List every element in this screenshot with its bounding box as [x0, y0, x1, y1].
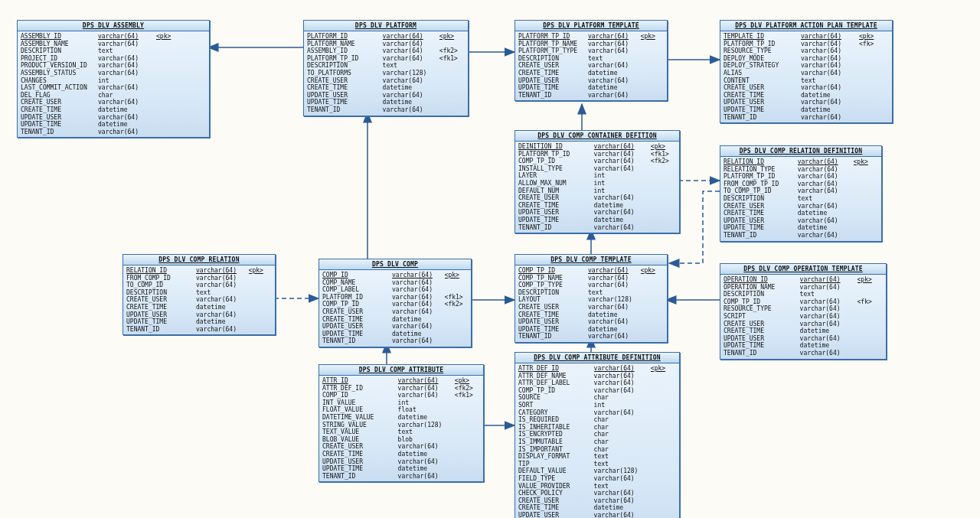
column-type: varchar(64): [588, 92, 636, 99]
column-type: varchar(64): [588, 47, 636, 55]
table-column: TENANT_IDvarchar(64): [724, 114, 889, 122]
column-name: UPDATE_USER: [724, 217, 793, 225]
erd-table-comp_attr_def[interactable]: DPS_DLV_COMP_ATTRIBUTE_DEFINITIONATTR_DE…: [514, 352, 680, 518]
column-name: DEPLOY_MODE: [724, 55, 796, 63]
column-key: <pk>: [854, 158, 878, 166]
table-column: UPDATE_USERvarchar(64): [518, 209, 676, 217]
table-column: CREATE_USERvarchar(64): [126, 296, 272, 304]
column-name: UPDATE_TIME: [518, 217, 590, 224]
column-type: varchar(64): [98, 55, 152, 63]
column-type: varchar(64): [801, 62, 854, 70]
column-name: FIELD_TYPE: [518, 475, 590, 483]
column-name: IS_ENCRYPTED: [518, 431, 590, 438]
column-name: CREATE_USER: [724, 84, 796, 92]
erd-table-platform[interactable]: DPS_DLV_PLATFORMPLATFORM_IDvarchar(64)<p…: [303, 20, 469, 116]
erd-table-comp[interactable]: DPS_DLV_COMPCOMP_IDvarchar(64)<pk>COMP_N…: [318, 259, 472, 347]
column-key: [156, 55, 182, 63]
column-name: DEPLOY_STRATEGY: [724, 62, 796, 70]
table-column: FLOAT_VALUEfloat: [322, 406, 480, 414]
table-title: DPS_DLV_COMP_ATTRIBUTE: [319, 365, 483, 376]
column-key: [651, 475, 676, 483]
table-column: CREATE_TIMEdatetime: [518, 70, 664, 77]
column-type: char: [594, 394, 646, 402]
column-key: [156, 41, 182, 48]
column-key: [854, 195, 878, 203]
table-column: CREATE_TIMEdatetime: [21, 106, 206, 114]
column-type: varchar(64): [594, 151, 646, 158]
column-key: [445, 308, 468, 316]
column-key: [858, 284, 883, 292]
column-name: COMP_NAME: [322, 279, 387, 287]
column-name: RELATION_ID: [126, 267, 191, 275]
column-type: int: [594, 172, 646, 180]
table-column: TENANT_IDvarchar(64): [518, 333, 664, 340]
column-key: <pk>: [641, 267, 664, 275]
column-name: CREATE_TIME: [518, 504, 590, 512]
column-name: TENANT_ID: [126, 326, 191, 334]
column-type: varchar(64): [594, 143, 646, 151]
table-column: PLATFORM_TP_IDvarchar(64)<fk>: [724, 41, 889, 48]
table-column: PLATFORM_IDvarchar(64)<fk1>: [322, 294, 468, 301]
column-type: varchar(64): [594, 224, 646, 232]
table-column: CREATE_USERvarchar(64): [307, 77, 465, 85]
column-key: [641, 296, 664, 304]
column-name: CREATE_TIME: [724, 92, 796, 99]
column-name: SORT: [518, 402, 590, 409]
column-name: PLATFORM_TP_ID: [724, 41, 796, 48]
column-key: [439, 106, 465, 114]
table-column: UPDATE_TIMEdatetime: [307, 99, 465, 106]
table-column: UPDATE_USERvarchar(64): [724, 99, 889, 106]
column-type: varchar(64): [588, 267, 636, 275]
table-column: CREATE_TIMEdatetime: [322, 316, 468, 324]
column-type: varchar(64): [398, 443, 450, 451]
column-key: [641, 62, 664, 70]
column-name: CREATE_USER: [126, 296, 191, 304]
table-column: UPDATE_USERvarchar(64): [322, 323, 468, 331]
column-key: [859, 70, 885, 77]
table-column: DESCRIPTIONtext: [518, 289, 664, 297]
column-type: text: [196, 289, 244, 297]
table-column: PLATFORM_TP_IDvarchar(64)<fk1>: [307, 55, 465, 63]
column-key: [439, 92, 465, 99]
erd-table-comp_relation_def[interactable]: DPS_DLV_COMP_RELATION_DEFINITIONRELATION…: [720, 145, 882, 242]
erd-table-comp_container_def[interactable]: DPS_DLV_COMP_CONTAINER_DEFITIONDEINITION…: [514, 130, 680, 233]
column-name: LAST_COMMIT_ACTION: [21, 84, 93, 92]
table-column: CHANGESint: [21, 77, 206, 85]
column-key: [641, 77, 664, 85]
table-column: ATTR_DEF_IDvarchar(64)<pk>: [518, 365, 676, 373]
column-name: STRING_VALUE: [322, 422, 394, 429]
column-name: ATTR_DEF_NAME: [518, 373, 590, 380]
erd-table-comp_attribute[interactable]: DPS_DLV_COMP_ATTRIBUTEATTR_IDvarchar(64)…: [318, 364, 484, 482]
table-column: LAST_COMMIT_ACTIONvarchar(64): [21, 84, 206, 92]
column-key: [651, 453, 676, 461]
column-name: CREATE_TIME: [307, 84, 378, 92]
column-type: varchar(64): [594, 512, 646, 518]
table-title: DPS_DLV_COMP_RELATION_DEFINITION: [720, 146, 881, 157]
table-column: DEPLOY_STRATEGYvarchar(64): [724, 62, 889, 70]
erd-table-comp_relation[interactable]: DPS_DLV_COMP_RELATIONRELATION_IDvarchar(…: [122, 254, 276, 335]
table-column: TENANT_IDvarchar(64): [724, 232, 878, 239]
column-key: <fk2>: [439, 47, 465, 55]
table-body: RELATION_IDvarchar(64)<pk>FROM_COMP_IDva…: [123, 266, 275, 334]
erd-table-comp_template[interactable]: DPS_DLV_COMP_TEMPLATECOMP_TP_IDvarchar(6…: [514, 254, 668, 343]
table-column: UPDATE_TIMEdatetime: [126, 318, 272, 326]
column-key: <fk1>: [651, 151, 676, 158]
column-type: varchar(64): [594, 158, 646, 165]
column-type: varchar(64): [594, 365, 646, 373]
column-type: varchar(64): [798, 217, 849, 225]
table-column: ALLOW_MAX_NUMint: [518, 180, 676, 187]
table-column: DEFAULT_NUMint: [518, 187, 676, 195]
table-column: FROM_COMP_IDvarchar(64): [126, 275, 272, 282]
table-column: UPDATE_USERvarchar(64): [307, 92, 465, 99]
table-column: UPDATE_USERvarchar(64): [518, 77, 664, 85]
erd-table-assembly[interactable]: DPS_DLV_ASSEMBLYASSEMBLY_IDvarchar(64)<p…: [17, 20, 210, 138]
column-type: char: [594, 431, 646, 438]
column-type: varchar(64): [801, 99, 854, 106]
table-column: PLATFORM_TP_IDvarchar(64)<fk1>: [518, 151, 676, 158]
erd-table-platform_template[interactable]: DPS_DLV_PLATFORM_TEMPLATEPLATFORM_TP_IDv…: [514, 20, 668, 101]
erd-table-action_plan_template[interactable]: DPS_DLV_PLATFORM_ACTION_PLAN_TEMPLATETEM…: [720, 20, 893, 123]
column-type: varchar(64): [383, 41, 435, 48]
erd-table-comp_op_template[interactable]: DPS_DLV_COMP_OPERATION_TEMPLATEOPERATION…: [720, 263, 887, 360]
column-key: [651, 165, 676, 173]
column-key: [641, 318, 664, 326]
